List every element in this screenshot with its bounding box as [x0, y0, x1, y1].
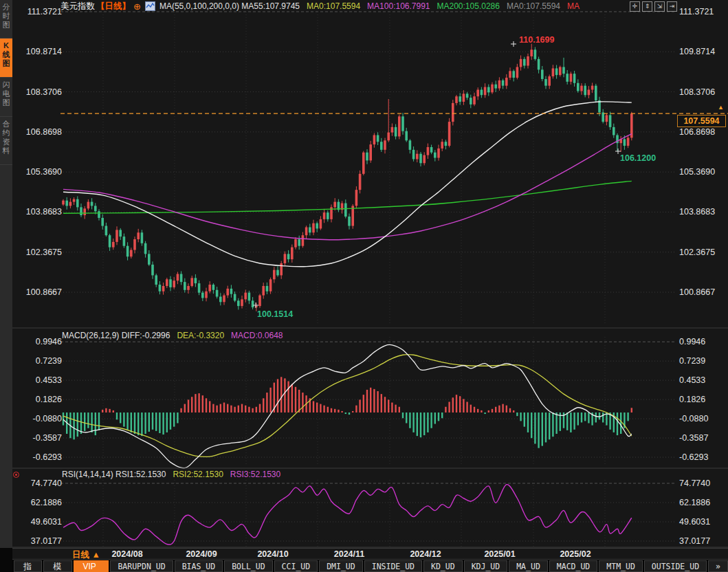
macd-legend-item-3: MACD:0.0648	[231, 331, 283, 340]
trading-terminal: 分时图K线图闪电图合约资料 美元指数 【日线】 ⊕ MA(55,0,100,20…	[0, 0, 728, 572]
toolbar-button-KDUD[interactable]: KD_UD	[423, 560, 463, 572]
pan-icon[interactable]: ✛	[630, 1, 640, 12]
axis-label: 106.8698	[679, 127, 715, 137]
axis-label: 37.0177	[14, 536, 62, 546]
axis-label: 37.0177	[679, 536, 710, 546]
toolbar-button-DMIUD[interactable]: DMI_UD	[319, 560, 363, 572]
period-tag: 【日线】	[96, 1, 131, 12]
axis-label: -0.6293	[14, 452, 62, 462]
axis-label: 100.8667	[679, 287, 715, 297]
date-tick-2024-09: 2024/09	[186, 549, 217, 559]
chart-header: 美元指数 【日线】 ⊕ MA(55,0,100,200,0,0) MA55:10…	[60, 1, 580, 12]
toolbar-button-BIASUD[interactable]: BIAS_UD	[175, 560, 223, 572]
scale-y-icon[interactable]: ⇕	[642, 1, 652, 12]
toolbar-button-MAUD[interactable]: MA_UD	[509, 560, 548, 572]
toolbar-button-INSIDEUD[interactable]: INSIDE_UD	[364, 560, 422, 572]
ma-legend: MA(55,0,100,200,0,0) MA55:107.9745MA0:10…	[159, 1, 580, 11]
rsi-legend-item-3: RSI3:52.1530	[230, 470, 280, 479]
axis-label: 109.8714	[14, 47, 62, 56]
date-tick-2024-12: 2024/12	[410, 549, 441, 559]
axis-label: 0.1826	[14, 395, 62, 404]
axis-label: 0.9946	[679, 337, 705, 346]
rsi-legend-item-1: RSI(14,14,14) RSI1:52.1530	[62, 470, 166, 479]
axis-label: -0.0880	[14, 414, 62, 424]
date-tick-2024-08: 2024/08	[111, 549, 142, 559]
axis-label: 103.8683	[14, 207, 62, 217]
axis-label: 0.9946	[14, 337, 62, 346]
axis-label: 62.1886	[14, 498, 62, 507]
axis-label: 74.7740	[14, 478, 62, 488]
time-axis: 日线 ▲ 2024/082024/092024/102024/112024/12…	[12, 548, 728, 559]
toolbar-button-OUTSIDEUD[interactable]: OUTSIDE_UD	[644, 560, 707, 572]
chart-type-icon[interactable]	[145, 1, 155, 11]
axis-label: 111.3721	[679, 7, 714, 16]
ma-legend-item-4: MA200:105.0286	[437, 1, 500, 11]
recent-low-label: 106.1200	[620, 153, 656, 163]
axis-label: 108.3706	[679, 87, 715, 97]
scroll-right-icon[interactable]: ⇥	[667, 1, 677, 12]
toolbar-button-VIP[interactable]: VIP指标	[74, 560, 109, 572]
toolbar-button-more[interactable]: »	[708, 560, 728, 572]
chart-canvas[interactable]	[0, 0, 728, 572]
ma-legend-item-3: MA100:106.7991	[367, 1, 430, 11]
axis-label: 0.1826	[679, 395, 705, 404]
axis-label: 111.3721	[14, 7, 62, 16]
axis-label: -0.3587	[14, 433, 62, 443]
axis-label: 105.3690	[14, 167, 62, 177]
macd-legend-item-1: MACD(26,12,9) DIFF:-0.2996	[62, 331, 170, 340]
date-tick-2025-01: 2025/01	[484, 549, 515, 559]
axis-label: 49.6031	[14, 517, 62, 527]
date-tick-2024-11: 2024/11	[334, 549, 365, 559]
symbol-title: 美元指数	[60, 1, 95, 12]
axis-label: -0.3587	[679, 433, 708, 443]
toolbar-button-KDJUD[interactable]: KDJ_UD	[464, 560, 508, 572]
axis-label: 100.8667	[14, 287, 62, 297]
axis-label: 102.3675	[14, 248, 62, 257]
axis-label: 0.7239	[14, 356, 62, 366]
toolbar-button-BARUPDNUD[interactable]: BARUPDN_UD	[110, 560, 173, 572]
axis-label: 49.6031	[679, 517, 710, 527]
ma-legend-item-1: MA(55,0,100,200,0,0) MA55:107.9745	[159, 1, 300, 11]
axis-label: -0.6293	[679, 452, 708, 462]
add-indicator-icon[interactable]: ⊕	[133, 1, 141, 12]
ma-legend-item-2: MA0:107.5594	[307, 1, 360, 11]
current-price-tag: 107.5594	[677, 115, 726, 127]
period-high-label: 110.1699	[519, 35, 554, 45]
ma-legend-item-6: MA	[567, 1, 580, 11]
indicator-toolbar: 指标模板VIP指标BARUPDN_UDBIAS_UDBOLL_UDCCI_UDD…	[12, 559, 728, 572]
toolbar-button-BOLLUD[interactable]: BOLL_UD	[224, 560, 272, 572]
rsi-legend: RSI(14,14,14) RSI1:52.1530RSI2:52.1530RS…	[62, 470, 280, 479]
toolbar-button-CCIUD[interactable]: CCI_UD	[274, 560, 318, 572]
date-tick-2024-10: 2024/10	[257, 549, 288, 559]
axis-label: 103.8683	[679, 207, 715, 217]
axis-label: 105.3690	[679, 167, 715, 177]
toolbar-button-more[interactable]: 模板	[43, 560, 71, 572]
toolbar-button-MTMUD[interactable]: MTM_UD	[599, 560, 643, 572]
axis-label: 106.8698	[14, 127, 62, 137]
scale-xy-icon[interactable]: ⇲	[654, 1, 665, 12]
axis-label: 109.8714	[679, 47, 715, 56]
period-low-label: 100.1514	[257, 309, 293, 319]
axis-label: 0.4533	[14, 375, 62, 385]
chart-toolbar-icons: ✛⇕⇲⇥	[630, 1, 677, 12]
axis-label: 0.7239	[679, 356, 705, 366]
price-up-arrow-icon: ▲	[718, 104, 724, 111]
axis-label: 0.4533	[679, 375, 705, 385]
axis-label: 62.1886	[679, 498, 710, 507]
axis-label: 108.3706	[14, 87, 62, 97]
axis-label: 102.3675	[679, 248, 715, 257]
toolbar-button-MACDUD[interactable]: MACD_UD	[549, 560, 597, 572]
toolbar-button-more[interactable]: 指标	[14, 560, 42, 572]
macd-legend: MACD(26,12,9) DIFF:-0.2996DEA:-0.3320MAC…	[62, 331, 283, 340]
ma-legend-item-5: MA0:107.5594	[507, 1, 560, 11]
macd-legend-item-2: DEA:-0.3320	[177, 331, 224, 340]
axis-label: 74.7740	[679, 478, 710, 488]
axis-label: -0.0880	[679, 414, 708, 424]
rsi-legend-item-2: RSI2:52.1530	[173, 470, 223, 479]
date-tick-2025-02: 2025/02	[560, 549, 591, 559]
